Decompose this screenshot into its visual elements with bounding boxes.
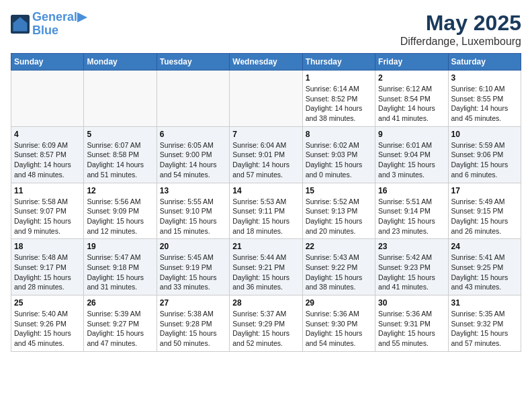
day-info: Sunrise: 5:55 AM Sunset: 9:10 PM Dayligh… xyxy=(160,197,226,236)
day-number: 4 xyxy=(14,130,81,139)
weekday-header-monday: Monday xyxy=(84,54,157,71)
calendar-cell xyxy=(11,71,84,127)
weekday-header-sunday: Sunday xyxy=(11,54,84,71)
calendar-cell: 31Sunrise: 5:35 AM Sunset: 9:32 PM Dayli… xyxy=(448,295,521,352)
day-number: 10 xyxy=(451,130,518,139)
day-info: Sunrise: 5:40 AM Sunset: 9:26 PM Dayligh… xyxy=(14,309,81,349)
day-info: Sunrise: 6:04 AM Sunset: 9:01 PM Dayligh… xyxy=(232,140,299,180)
calendar-body: 1Sunrise: 6:14 AM Sunset: 8:52 PM Daylig… xyxy=(11,71,521,352)
day-info: Sunrise: 5:35 AM Sunset: 9:32 PM Dayligh… xyxy=(451,309,518,349)
day-info: Sunrise: 5:51 AM Sunset: 9:14 PM Dayligh… xyxy=(378,197,445,236)
calendar-week-2: 11Sunrise: 5:58 AM Sunset: 9:07 PM Dayli… xyxy=(11,183,521,239)
calendar-cell: 26Sunrise: 5:39 AM Sunset: 9:27 PM Dayli… xyxy=(84,295,157,352)
calendar-cell: 9Sunrise: 6:01 AM Sunset: 9:04 PM Daylig… xyxy=(375,126,448,183)
calendar-cell: 29Sunrise: 5:36 AM Sunset: 9:30 PM Dayli… xyxy=(302,295,375,352)
calendar-cell: 17Sunrise: 5:49 AM Sunset: 9:15 PM Dayli… xyxy=(448,183,521,239)
calendar-cell: 4Sunrise: 6:09 AM Sunset: 8:57 PM Daylig… xyxy=(11,126,84,183)
day-number: 17 xyxy=(451,186,518,195)
calendar-cell: 25Sunrise: 5:40 AM Sunset: 9:26 PM Dayli… xyxy=(11,295,84,352)
day-number: 6 xyxy=(160,130,226,139)
day-info: Sunrise: 5:49 AM Sunset: 9:15 PM Dayligh… xyxy=(451,197,518,236)
logo-line2: Blue xyxy=(32,24,87,38)
day-info: Sunrise: 6:01 AM Sunset: 9:04 PM Dayligh… xyxy=(378,140,445,180)
day-number: 19 xyxy=(87,242,153,251)
calendar-cell: 1Sunrise: 6:14 AM Sunset: 8:52 PM Daylig… xyxy=(302,71,375,127)
calendar-cell: 18Sunrise: 5:48 AM Sunset: 9:17 PM Dayli… xyxy=(11,239,84,295)
calendar-cell: 21Sunrise: 5:44 AM Sunset: 9:21 PM Dayli… xyxy=(230,239,302,295)
day-info: Sunrise: 5:52 AM Sunset: 9:13 PM Dayligh… xyxy=(306,197,372,236)
logo-icon xyxy=(11,15,30,34)
calendar-cell: 19Sunrise: 5:47 AM Sunset: 9:18 PM Dayli… xyxy=(84,239,157,295)
day-info: Sunrise: 5:45 AM Sunset: 9:19 PM Dayligh… xyxy=(160,253,226,292)
calendar-cell: 7Sunrise: 6:04 AM Sunset: 9:01 PM Daylig… xyxy=(230,126,302,183)
day-info: Sunrise: 5:39 AM Sunset: 9:27 PM Dayligh… xyxy=(87,309,153,349)
day-info: Sunrise: 6:14 AM Sunset: 8:52 PM Dayligh… xyxy=(306,84,372,124)
day-info: Sunrise: 5:38 AM Sunset: 9:28 PM Dayligh… xyxy=(160,309,226,349)
calendar-cell: 2Sunrise: 6:12 AM Sunset: 8:54 PM Daylig… xyxy=(375,71,448,127)
day-info: Sunrise: 5:43 AM Sunset: 9:22 PM Dayligh… xyxy=(306,253,372,292)
day-number: 23 xyxy=(378,242,445,251)
day-info: Sunrise: 5:36 AM Sunset: 9:31 PM Dayligh… xyxy=(378,309,445,349)
calendar-week-1: 4Sunrise: 6:09 AM Sunset: 8:57 PM Daylig… xyxy=(11,126,521,183)
day-number: 15 xyxy=(306,186,372,195)
calendar-cell xyxy=(157,71,229,127)
day-number: 26 xyxy=(87,298,153,308)
calendar-cell: 8Sunrise: 6:02 AM Sunset: 9:03 PM Daylig… xyxy=(302,126,375,183)
day-info: Sunrise: 5:59 AM Sunset: 9:06 PM Dayligh… xyxy=(451,140,518,180)
day-number: 2 xyxy=(378,73,445,83)
calendar-cell: 11Sunrise: 5:58 AM Sunset: 9:07 PM Dayli… xyxy=(11,183,84,239)
day-info: Sunrise: 5:37 AM Sunset: 9:29 PM Dayligh… xyxy=(232,309,299,349)
day-number: 8 xyxy=(306,130,372,139)
day-number: 12 xyxy=(87,186,153,195)
day-number: 5 xyxy=(87,130,153,139)
calendar-cell: 20Sunrise: 5:45 AM Sunset: 9:19 PM Dayli… xyxy=(157,239,229,295)
weekday-header-wednesday: Wednesday xyxy=(230,54,302,71)
day-number: 28 xyxy=(232,298,299,308)
calendar-cell: 23Sunrise: 5:42 AM Sunset: 9:23 PM Dayli… xyxy=(375,239,448,295)
day-info: Sunrise: 5:42 AM Sunset: 9:23 PM Dayligh… xyxy=(378,253,445,292)
calendar-week-0: 1Sunrise: 6:14 AM Sunset: 8:52 PM Daylig… xyxy=(11,71,521,127)
day-info: Sunrise: 5:53 AM Sunset: 9:11 PM Dayligh… xyxy=(232,197,299,236)
calendar-cell: 24Sunrise: 5:41 AM Sunset: 9:25 PM Dayli… xyxy=(448,239,521,295)
weekday-header-row: SundayMondayTuesdayWednesdayThursdayFrid… xyxy=(11,54,521,71)
logo-line1: General xyxy=(32,10,77,24)
title-block: May 2025 Differdange, Luxembourg xyxy=(400,11,521,48)
day-info: Sunrise: 6:07 AM Sunset: 8:58 PM Dayligh… xyxy=(87,140,153,180)
calendar-cell: 15Sunrise: 5:52 AM Sunset: 9:13 PM Dayli… xyxy=(302,183,375,239)
calendar-cell: 22Sunrise: 5:43 AM Sunset: 9:22 PM Dayli… xyxy=(302,239,375,295)
weekday-header-thursday: Thursday xyxy=(302,54,375,71)
calendar-cell: 12Sunrise: 5:56 AM Sunset: 9:09 PM Dayli… xyxy=(84,183,157,239)
calendar-cell: 16Sunrise: 5:51 AM Sunset: 9:14 PM Dayli… xyxy=(375,183,448,239)
calendar-cell: 27Sunrise: 5:38 AM Sunset: 9:28 PM Dayli… xyxy=(157,295,229,352)
day-number: 1 xyxy=(306,73,372,83)
calendar-header: SundayMondayTuesdayWednesdayThursdayFrid… xyxy=(11,54,521,71)
calendar-cell: 30Sunrise: 5:36 AM Sunset: 9:31 PM Dayli… xyxy=(375,295,448,352)
logo-text: General▶ Blue xyxy=(32,11,87,38)
calendar-cell: 13Sunrise: 5:55 AM Sunset: 9:10 PM Dayli… xyxy=(157,183,229,239)
day-number: 7 xyxy=(232,130,299,139)
day-number: 22 xyxy=(306,242,372,251)
day-number: 3 xyxy=(451,73,518,83)
calendar-cell: 5Sunrise: 6:07 AM Sunset: 8:58 PM Daylig… xyxy=(84,126,157,183)
day-number: 20 xyxy=(160,242,226,251)
calendar-week-3: 18Sunrise: 5:48 AM Sunset: 9:17 PM Dayli… xyxy=(11,239,521,295)
day-info: Sunrise: 5:58 AM Sunset: 9:07 PM Dayligh… xyxy=(14,197,81,236)
calendar-cell: 14Sunrise: 5:53 AM Sunset: 9:11 PM Dayli… xyxy=(230,183,302,239)
calendar-cell: 10Sunrise: 5:59 AM Sunset: 9:06 PM Dayli… xyxy=(448,126,521,183)
day-info: Sunrise: 5:47 AM Sunset: 9:18 PM Dayligh… xyxy=(87,253,153,292)
day-number: 29 xyxy=(306,298,372,308)
calendar-cell: 6Sunrise: 6:05 AM Sunset: 9:00 PM Daylig… xyxy=(157,126,229,183)
day-info: Sunrise: 6:10 AM Sunset: 8:55 PM Dayligh… xyxy=(451,84,518,124)
day-info: Sunrise: 6:02 AM Sunset: 9:03 PM Dayligh… xyxy=(306,140,372,180)
logo: General▶ Blue xyxy=(11,11,87,38)
day-info: Sunrise: 5:44 AM Sunset: 9:21 PM Dayligh… xyxy=(232,253,299,292)
day-number: 9 xyxy=(378,130,445,139)
day-info: Sunrise: 5:56 AM Sunset: 9:09 PM Dayligh… xyxy=(87,197,153,236)
day-number: 21 xyxy=(232,242,299,251)
day-number: 24 xyxy=(451,242,518,251)
day-info: Sunrise: 6:09 AM Sunset: 8:57 PM Dayligh… xyxy=(14,140,81,180)
day-number: 25 xyxy=(14,298,81,308)
day-number: 14 xyxy=(232,186,299,195)
day-info: Sunrise: 6:12 AM Sunset: 8:54 PM Dayligh… xyxy=(378,84,445,124)
day-number: 31 xyxy=(451,298,518,308)
